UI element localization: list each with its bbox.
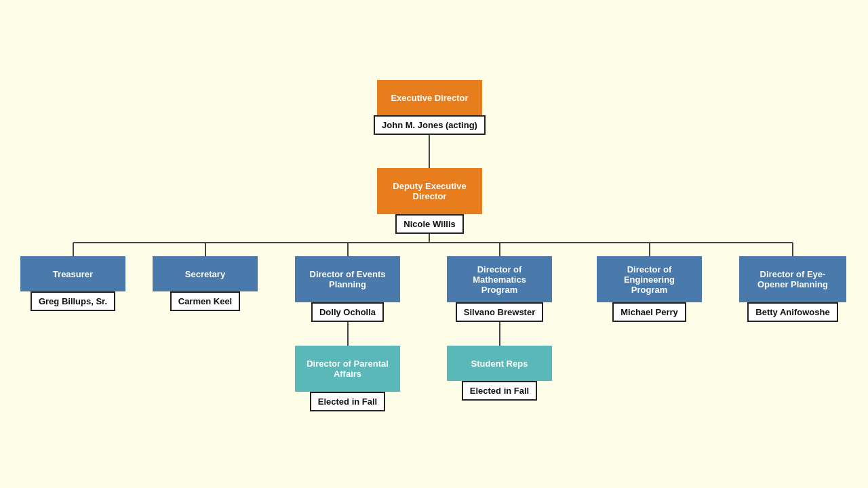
student-reps-node: Student Reps Elected in Fall: [447, 346, 552, 401]
director-eye-opener-role: Director of Eye-Opener Planning: [739, 256, 846, 302]
director-parental-name: Elected in Fall: [310, 392, 385, 411]
director-engineering-name: Michael Perry: [612, 302, 686, 322]
deputy-director-role: Deputy Executive Director: [377, 168, 482, 214]
executive-director-node: Executive Director John M. Jones (acting…: [377, 80, 482, 135]
director-eye-opener-node: Director of Eye-Opener Planning Betty An…: [739, 256, 846, 322]
director-parental-role: Director of Parental Affairs: [295, 346, 400, 392]
secretary-node: Secretary Carmen Keel: [153, 256, 258, 311]
secretary-role: Secretary: [153, 256, 258, 291]
deputy-director-name: Nicole Willis: [395, 214, 463, 234]
connectors-svg: [0, 0, 868, 488]
treasurer-node: Treasurer Greg Billups, Sr.: [20, 256, 125, 311]
director-math-name: Silvano Brewster: [456, 302, 544, 322]
director-events-name: Dolly Ocholla: [311, 302, 384, 322]
director-engineering-role: Director of Engineering Program: [597, 256, 702, 302]
secretary-name: Carmen Keel: [170, 291, 240, 311]
director-eye-opener-name: Betty Anifowoshe: [747, 302, 837, 322]
treasurer-name: Greg Billups, Sr.: [31, 291, 115, 311]
treasurer-role: Treasurer: [20, 256, 125, 291]
director-engineering-node: Director of Engineering Program Michael …: [597, 256, 702, 322]
student-reps-role: Student Reps: [447, 346, 552, 381]
executive-director-role: Executive Director: [377, 80, 482, 115]
student-reps-name: Elected in Fall: [462, 381, 537, 401]
director-math-role: Director of Mathematics Program: [447, 256, 552, 302]
org-chart: Executive Director John M. Jones (acting…: [0, 0, 868, 488]
deputy-director-node: Deputy Executive Director Nicole Willis: [377, 168, 482, 234]
executive-director-name: John M. Jones (acting): [374, 115, 486, 135]
director-events-node: Director of Events Planning Dolly Ocholl…: [295, 256, 400, 322]
director-parental-node: Director of Parental Affairs Elected in …: [295, 346, 400, 411]
director-math-node: Director of Mathematics Program Silvano …: [447, 256, 552, 322]
director-events-role: Director of Events Planning: [295, 256, 400, 302]
